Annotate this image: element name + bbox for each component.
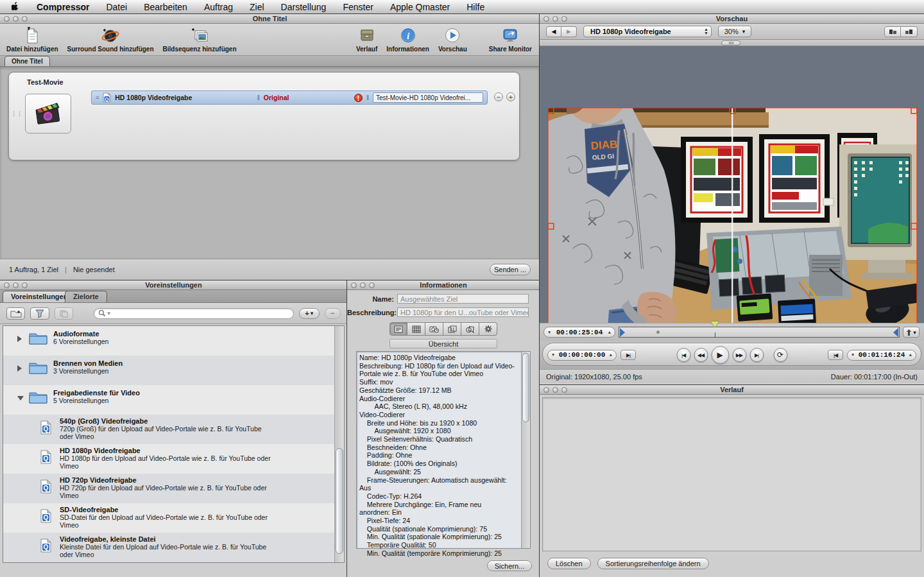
scrollbar-thumb[interactable] [336, 448, 343, 554]
presets-titlebar[interactable]: Voreinstellungen [0, 280, 347, 290]
batch-tab[interactable]: Ohne Titel [4, 56, 50, 66]
out-point-marker-icon[interactable] [893, 328, 898, 337]
close-button[interactable] [4, 282, 10, 288]
in-timecode-field[interactable]: ▼ 00:00:00:00 ▲ [547, 350, 617, 361]
play-button[interactable]: ▶ [711, 346, 729, 364]
alert-badge-icon[interactable]: ! [354, 94, 363, 102]
job-drag-handle[interactable]: ⋮⋮ [11, 112, 22, 116]
remove-preset-button[interactable]: − [325, 308, 341, 319]
disclosure-triangle-icon[interactable] [17, 336, 22, 342]
list-item-folder[interactable]: Freigabedienste für Video5 Voreinstellun… [3, 385, 334, 415]
preview-item-selector[interactable]: HD 1080p Videofreigabe ▲▼ [583, 26, 712, 37]
change-sort-order-button[interactable]: Sortierungsreihenfolge ändern [597, 558, 709, 569]
history-titlebar[interactable]: Verlauf [540, 385, 924, 395]
clear-history-button[interactable]: Löschen [547, 558, 591, 569]
column-divider[interactable]: ‖ [366, 94, 369, 101]
scrollbar[interactable] [334, 326, 344, 562]
zoom-level-selector[interactable]: 30% ▾ [718, 26, 751, 37]
preview-titlebar[interactable]: Vorschau [540, 14, 924, 24]
list-item-preset[interactable]: Q SD-VideofreigabeSD-Datei für den Uploa… [3, 503, 334, 533]
batch-titlebar[interactable]: Ohne Titel [0, 14, 540, 24]
description-field[interactable]: HD 1080p für den U...ouTube oder Vimeo [397, 307, 529, 317]
out-timecode-field[interactable]: ▼ 00:01:16:24 ▲ [847, 350, 916, 361]
search-scope-arrow-icon[interactable]: ▾ [107, 310, 110, 316]
output-view-button[interactable] [901, 26, 918, 37]
timeline-track[interactable] [619, 327, 900, 338]
new-group-button[interactable] [6, 307, 25, 320]
video-frame[interactable]: DIAB OLD GI [547, 107, 918, 323]
add-surround-sound-button[interactable]: Surround Sound hinzufügen [67, 26, 154, 53]
target-source[interactable]: Original [264, 94, 289, 101]
list-item-preset[interactable]: Q HD 720p VideofreigabeHD 720p für den U… [3, 474, 334, 503]
tab-actions[interactable] [479, 322, 497, 336]
search-input[interactable]: ▾ [94, 308, 294, 319]
close-button[interactable] [543, 387, 549, 393]
tab-zielorte[interactable]: Zielorte [65, 291, 107, 302]
job-card[interactable]: ⋮⋮ Test-Movie ≡ Q HD 1080p Videofreigabe… [8, 72, 520, 160]
history-list[interactable] [542, 397, 921, 551]
list-item-folder[interactable]: Audioformate6 Voreinstellungen [3, 326, 334, 356]
go-to-start-button[interactable]: |◀ [676, 348, 690, 362]
duplicate-button[interactable] [55, 307, 73, 320]
scrollbar-thumb[interactable] [522, 353, 529, 422]
close-button[interactable] [4, 16, 10, 22]
close-button[interactable] [351, 282, 357, 288]
zoom-button[interactable] [369, 282, 375, 288]
filter-display-button[interactable] [30, 307, 49, 320]
menu-item-hilfe[interactable]: Hilfe [466, 2, 484, 12]
menu-item-fenster[interactable]: Fenster [343, 2, 373, 12]
menu-item-apple-qmaster[interactable]: Apple Qmaster [390, 2, 450, 12]
list-item-preset[interactable]: Q HD 1080p VideofreigabeHD 1080p für den… [3, 444, 334, 474]
target-filename-field[interactable]: Test-Movie-HD 1080p Videofrei... [373, 92, 483, 103]
minimize-button[interactable] [13, 16, 19, 22]
zoom-button[interactable] [22, 282, 28, 288]
history-toolbar-button[interactable]: Verlauf [356, 26, 377, 53]
menu-item-datei[interactable]: Datei [106, 2, 127, 12]
zoom-button[interactable] [561, 387, 567, 393]
target-row[interactable]: ≡ Q HD 1080p Videofreigabe ‖ Original ! … [91, 90, 488, 105]
apple-menu-icon[interactable] [12, 2, 20, 12]
share-monitor-button[interactable]: Share Monitor [489, 26, 532, 53]
preview-toolbar-button[interactable]: Vorschau [438, 26, 467, 53]
next-item-button[interactable]: ▶ [561, 26, 577, 37]
tab-filters[interactable] [443, 322, 461, 336]
remove-target-button[interactable]: − [494, 92, 503, 101]
minimize-button[interactable] [552, 16, 558, 22]
job-thumbnail[interactable] [25, 94, 71, 133]
add-image-sequence-button[interactable]: Bildsequenz hinzufügen [163, 26, 237, 53]
timecode-down-icon[interactable]: ▼ [548, 330, 551, 335]
playhead-timecode-field[interactable]: ▼ 00:00:25:04 ▲ [543, 327, 615, 338]
add-preset-button[interactable]: +▾ [299, 308, 319, 319]
step-back-button[interactable]: ◀◀ [694, 348, 708, 362]
split-divider-grip[interactable] [721, 40, 740, 46]
source-view-button[interactable] [884, 26, 901, 37]
minimize-button[interactable] [360, 282, 366, 288]
tab-summary[interactable] [389, 322, 407, 336]
zoom-button[interactable] [561, 16, 567, 22]
tab-frame-controls[interactable] [425, 322, 443, 336]
save-button[interactable]: Sichern... [487, 560, 532, 571]
go-to-end-button[interactable]: ▶| [749, 348, 764, 362]
close-button[interactable] [543, 16, 549, 22]
tab-encoder[interactable] [407, 322, 425, 336]
inspector-titlebar[interactable]: Informationen [347, 280, 540, 290]
previous-item-button[interactable]: ◀ [546, 26, 561, 37]
minimize-button[interactable] [552, 387, 558, 393]
submit-button[interactable]: Senden ... [490, 264, 531, 275]
preview-canvas[interactable]: DIAB OLD GI [540, 46, 924, 323]
column-divider[interactable]: ‖ [257, 94, 260, 101]
list-item-preset[interactable]: Q 540p (Groß) Videofreigabe720p (Groß) f… [3, 415, 334, 444]
list-item-folder[interactable]: Brennen von Medien3 Voreinstellungen [3, 356, 334, 385]
menu-item-compressor[interactable]: Compressor [37, 2, 89, 12]
zoom-button[interactable] [22, 16, 28, 22]
in-point-marker-icon[interactable] [620, 328, 625, 337]
loop-button[interactable]: ⟳ [773, 348, 787, 362]
add-file-button[interactable]: Datei hinzufügen [6, 26, 58, 53]
timeline-marker-dot[interactable] [656, 331, 660, 334]
target-drag-handle[interactable]: ≡ [96, 94, 99, 101]
disclosure-triangle-icon[interactable] [17, 365, 22, 372]
tab-geometry[interactable] [461, 322, 479, 336]
marker-menu-button[interactable]: ▾ [903, 327, 920, 338]
step-forward-button[interactable]: ▶▶ [732, 348, 746, 362]
set-in-point-button[interactable]: ▶| [620, 350, 636, 360]
